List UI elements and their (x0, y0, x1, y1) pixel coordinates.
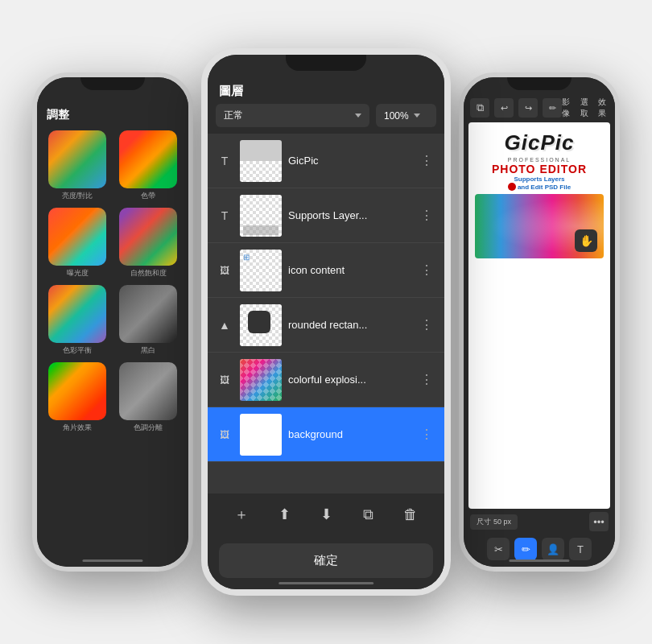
canvas-area: GicPic PROFESSIONAL PHOTO EDITOR Support… (468, 122, 610, 509)
layer-supports-more[interactable]: ⋮ (417, 204, 436, 226)
blend-mode-chevron (355, 114, 361, 118)
redo-icon[interactable]: ↪ (518, 98, 538, 118)
adj-bw[interactable]: 黑白 (116, 285, 180, 356)
right-screen: ⧉ ↩ ↪ ✏ 影像 選取 效果 GicPic PROFESSIONAL PHO… (464, 77, 615, 567)
layer-rounded-icon: ▲ (216, 316, 233, 334)
bw-label: 黑白 (141, 345, 155, 356)
colorful-explosion-image: ✋ (475, 194, 604, 258)
layer-supports-thumb (240, 195, 282, 237)
tone-split-thumb (119, 362, 177, 420)
layer-background-icon: 🖼 (216, 426, 233, 444)
color-balance-thumb (48, 285, 106, 343)
brush-tool[interactable]: ✏ (514, 538, 537, 560)
view-edit-icon (508, 183, 516, 191)
adj-color-balance[interactable]: 色彩平衡 (45, 285, 109, 356)
crop-tool[interactable]: ✂ (487, 538, 510, 560)
layer-gicpic[interactable]: T GicPic ⋮ (208, 134, 444, 188)
adj-exposure[interactable]: 曝光度 (45, 208, 109, 279)
confirm-button[interactable]: 確定 (219, 543, 433, 578)
tab-select[interactable]: 選取 (580, 97, 591, 119)
text-tool[interactable]: T (569, 538, 592, 560)
layer-colorful-thumb (240, 359, 282, 401)
adj-tone-split[interactable]: 色調分離 (116, 362, 180, 433)
gicpic-logo: GicPic (505, 130, 575, 155)
exposure-label: 曝光度 (67, 268, 89, 279)
color-band-thumb (119, 130, 177, 188)
opacity-label: 100% (384, 110, 409, 122)
adjustments-grid: 亮度/對比 色帶 曝光度 自然飽和度 色彩平衡 (37, 127, 188, 436)
layer-icon-content-name: icon content (288, 264, 411, 276)
move-up-icon[interactable]: ⬆ (275, 502, 294, 526)
opacity-select[interactable]: 100% (376, 104, 436, 127)
vignette-thumb (48, 362, 106, 420)
layer-gicpic-name: GicPic (288, 155, 411, 167)
color-band-label: 色帶 (141, 191, 155, 201)
layer-background-name: background (288, 428, 411, 440)
layer-colorful[interactable]: 🖼 colorful explosi... ⋮ (208, 353, 444, 407)
professional-text: PROFESSIONAL (508, 157, 571, 163)
tone-split-label: 色調分離 (134, 423, 163, 433)
layer-colorful-name: colorful explosi... (288, 374, 411, 386)
tab-image[interactable]: 影像 (562, 97, 572, 119)
right-notch (507, 77, 572, 90)
left-screen: 調整 亮度/對比 色帶 曝光度 自然飽和度 (37, 77, 188, 567)
bw-thumb (119, 285, 177, 343)
left-home-bar (82, 559, 142, 562)
brightness-thumb (48, 130, 106, 188)
exposure-thumb (48, 208, 106, 266)
add-layer-icon[interactable]: ＋ (231, 502, 252, 527)
delete-layer-icon[interactable]: 🗑 (400, 503, 421, 526)
phone-right: ⧉ ↩ ↪ ✏ 影像 選取 效果 GicPic PROFESSIONAL PHO… (459, 72, 620, 572)
view-edit-psd-text: and Edit PSD File (508, 183, 571, 191)
right-home-bar (509, 559, 569, 562)
layers-icon-right[interactable]: ⧉ (470, 98, 489, 118)
scene: 調整 亮度/對比 色帶 曝光度 自然飽和度 (24, 24, 628, 620)
blend-mode-label: 正常 (224, 109, 243, 122)
edit-icon-right[interactable]: ✏ (543, 98, 562, 118)
person-tool[interactable]: 👤 (542, 538, 564, 560)
center-screen: 圖層 正常 100% T GicPic ⋮ (208, 55, 444, 589)
color-balance-label: 色彩平衡 (63, 345, 92, 356)
tab-effect[interactable]: 效果 (598, 97, 609, 119)
layers-list: T GicPic ⋮ T Supports Layer... ⋮ 🖼 icon … (208, 134, 444, 493)
layer-background-more[interactable]: ⋮ (417, 423, 436, 445)
more-options-icon[interactable]: ••• (589, 512, 609, 531)
layer-icon-content-icon: 🖼 (216, 262, 233, 279)
vignette-label: 角片效果 (63, 423, 92, 433)
adj-vignette[interactable]: 角片效果 (45, 362, 109, 433)
adj-vibrance[interactable]: 自然飽和度 (116, 208, 180, 279)
layer-gicpic-icon: T (216, 152, 233, 170)
layers-mode-row: 正常 100% (208, 104, 444, 134)
blend-mode-select[interactable]: 正常 (216, 104, 369, 127)
center-notch (286, 55, 366, 71)
layers-toolbar: ＋ ⬆ ⬇ ⧉ 🗑 (208, 493, 444, 535)
floating-hand-icon[interactable]: ✋ (575, 229, 597, 252)
layer-icon-content-more[interactable]: ⋮ (417, 259, 436, 281)
layer-colorful-more[interactable]: ⋮ (417, 369, 436, 390)
size-button[interactable]: 尺寸 50 px (470, 514, 518, 530)
layer-colorful-icon: 🖼 (216, 371, 233, 389)
layer-rounded-more[interactable]: ⋮ (417, 314, 436, 336)
layers-header: 圖層 (208, 77, 444, 104)
brightness-label: 亮度/對比 (62, 191, 93, 201)
and-edit-psd: and Edit PSD File (518, 184, 571, 191)
adj-brightness[interactable]: 亮度/對比 (45, 130, 109, 201)
undo-icon[interactable]: ↩ (494, 98, 514, 118)
right-bottom-bar: 尺寸 50 px ••• (464, 509, 615, 535)
vibrance-label: 自然飽和度 (130, 268, 167, 279)
opacity-chevron (414, 114, 420, 118)
layer-rounded-name: rounded rectan... (288, 319, 411, 331)
layer-rounded[interactable]: ▲ rounded rectan... ⋮ (208, 298, 444, 353)
layer-icon-content[interactable]: 🖼 icon content ⋮ (208, 243, 444, 298)
layer-gicpic-more[interactable]: ⋮ (417, 150, 436, 171)
layer-rounded-thumb (240, 304, 282, 346)
layer-background[interactable]: 🖼 background ⋮ (208, 407, 444, 462)
layer-supports[interactable]: T Supports Layer... ⋮ (208, 188, 444, 243)
right-tools-row: ✂ ✏ 👤 T (464, 535, 615, 567)
adj-color-band[interactable]: 色帶 (116, 130, 180, 201)
layer-supports-name: Supports Layer... (288, 209, 411, 221)
photo-editor-text: PHOTO EDITOR (492, 163, 587, 175)
move-down-icon[interactable]: ⬇ (317, 502, 336, 526)
phone-center: 圖層 正常 100% T GicPic ⋮ (201, 48, 451, 596)
duplicate-layer-icon[interactable]: ⧉ (360, 503, 377, 526)
